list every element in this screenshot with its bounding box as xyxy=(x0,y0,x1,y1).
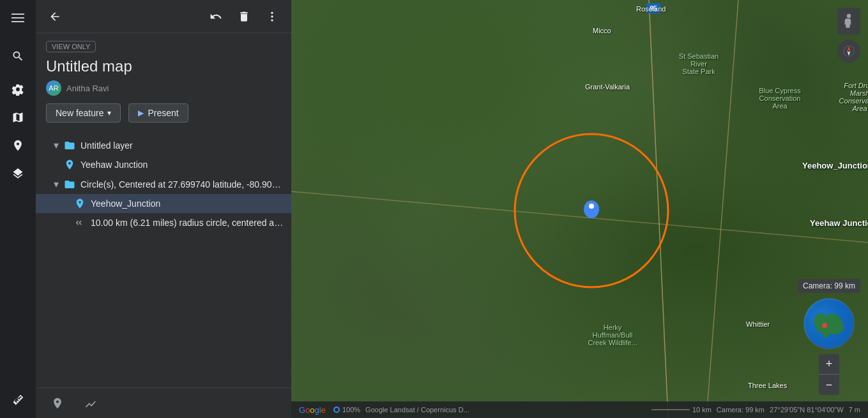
layer-tree: ▾ Untitled layer Yeehaw Junction ▾ Circl… xyxy=(36,133,291,387)
zoom-circle-icon xyxy=(333,407,340,413)
3d-button[interactable]: Camera: 99 km xyxy=(798,279,860,293)
map-title: Untitled map xyxy=(36,55,291,78)
draw-path-button[interactable] xyxy=(79,392,102,415)
zoom-percent: 100% xyxy=(342,406,360,414)
sidebar-icon-strip xyxy=(0,0,36,418)
globe-minimap xyxy=(803,298,855,349)
svg-text:95: 95 xyxy=(650,5,657,12)
pin-icon xyxy=(64,159,75,170)
chevron-down-icon: ▾ xyxy=(54,178,59,190)
action-buttons: New feature ▾ ▶ Present xyxy=(36,103,291,133)
owner-name: Anitha Ravi xyxy=(66,84,109,93)
map-status-bar: Google 100% Google Landsat / Copernicus … xyxy=(291,401,868,418)
left-panel: VIEW ONLY Untitled map AR Anitha Ravi Ne… xyxy=(36,0,291,418)
more-options-button[interactable] xyxy=(261,5,284,28)
zoom-out-button[interactable]: − xyxy=(819,375,839,395)
owner-row: AR Anitha Ravi xyxy=(36,78,291,103)
scale-label: 10 km xyxy=(692,406,712,414)
svg-point-22 xyxy=(822,323,827,328)
folder-icon xyxy=(64,179,75,190)
present-button[interactable]: ▶ Present xyxy=(128,103,188,123)
pin-icon xyxy=(74,198,86,209)
hamburger-menu-button[interactable] xyxy=(5,5,31,31)
present-play-icon: ▶ xyxy=(138,108,144,117)
location-button[interactable] xyxy=(5,133,31,158)
elevation: 7 m xyxy=(849,406,860,414)
map-area[interactable]: 95 Roseland Micco Grant-Valkaria St Seba… xyxy=(291,0,868,418)
svg-point-5 xyxy=(271,19,273,21)
compass-button[interactable] xyxy=(837,40,860,63)
svg-point-14 xyxy=(589,204,594,209)
my-maps-button[interactable] xyxy=(5,105,31,130)
back-button[interactable] xyxy=(43,5,66,28)
svg-rect-2 xyxy=(11,21,24,22)
panel-bottom xyxy=(36,387,291,418)
delete-button[interactable] xyxy=(232,5,255,28)
layer-label: 10.00 km (6.21 miles) radius circle, cen… xyxy=(91,218,284,228)
dropdown-icon: ▾ xyxy=(107,108,111,117)
list-item[interactable]: Yeehaw Junction xyxy=(36,155,291,174)
new-feature-label: New feature xyxy=(56,108,103,118)
svg-point-3 xyxy=(271,11,273,13)
svg-point-4 xyxy=(271,15,273,17)
list-item[interactable]: Yeehow_Junction xyxy=(36,194,291,213)
camera-info: Camera: 99 km xyxy=(717,406,765,414)
layer-label: Yeehow_Junction xyxy=(91,198,284,209)
map-controls-right xyxy=(837,8,860,63)
avatar: AR xyxy=(46,80,61,96)
search-button[interactable] xyxy=(5,43,31,69)
present-label: Present xyxy=(148,108,178,118)
list-item[interactable]: ▾ Circle(s), Centered at 27.699740 latit… xyxy=(36,174,291,194)
new-feature-button[interactable]: New feature ▾ xyxy=(46,103,121,123)
top-bar xyxy=(36,0,291,33)
list-item[interactable]: 10.00 km (6.21 miles) radius circle, cen… xyxy=(36,213,291,232)
attribution: Google Landsat / Copernicus D... xyxy=(365,406,469,414)
map-canvas: 95 xyxy=(291,0,868,418)
zoom-controls: + − xyxy=(819,354,839,395)
svg-rect-6 xyxy=(291,0,868,418)
polyline-icon xyxy=(74,217,86,228)
circles-layer-label: Circle(s), Centered at 27.699740 latitud… xyxy=(80,179,284,190)
coordinates: 27°29'05"N 81°04'00"W xyxy=(770,406,844,414)
chevron-down-icon: ▾ xyxy=(54,139,59,151)
layers-button[interactable] xyxy=(5,161,31,186)
add-marker-button[interactable] xyxy=(46,392,69,415)
layer-label: Yeehaw Junction xyxy=(80,160,284,170)
undo-button[interactable] xyxy=(204,5,227,28)
folder-icon xyxy=(64,140,75,151)
bottom-map-controls: Camera: 99 km + − xyxy=(798,279,860,395)
view-only-badge: VIEW ONLY xyxy=(46,41,96,52)
svg-rect-0 xyxy=(11,13,24,15)
scale-line xyxy=(651,409,690,410)
pegman-button[interactable] xyxy=(837,8,860,34)
settings-button[interactable] xyxy=(5,77,31,102)
scale-bar: 10 km xyxy=(651,406,712,414)
list-item[interactable]: ▾ Untitled layer xyxy=(36,135,291,155)
svg-rect-1 xyxy=(11,17,24,19)
zoom-indicator: 100% xyxy=(333,406,360,414)
svg-point-16 xyxy=(847,14,851,18)
google-logo: Google xyxy=(299,405,326,415)
zoom-in-button[interactable]: + xyxy=(819,354,839,375)
layer-label: Untitled layer xyxy=(80,140,284,151)
ruler-button[interactable] xyxy=(5,387,31,413)
